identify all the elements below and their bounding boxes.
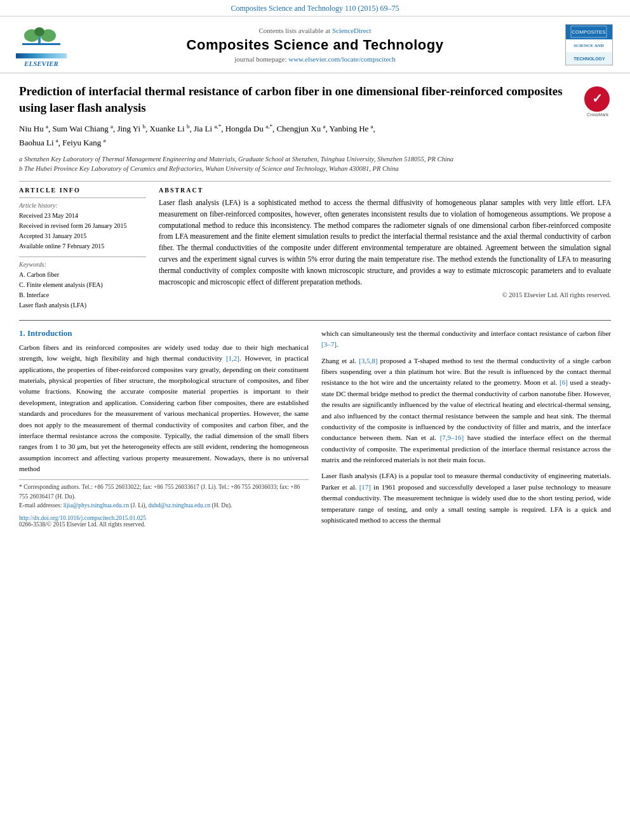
article-info-heading: ARTICLE INFO (19, 187, 146, 194)
citation-bar: Composites Science and Technology 110 (2… (0, 0, 630, 17)
sup-a8: a (104, 137, 106, 143)
email2-person: (H. Du). (212, 502, 232, 509)
crossmark-svg: ✓ (585, 87, 609, 111)
elsevier-color-bar (16, 53, 67, 58)
svg-point-4 (34, 27, 44, 36)
two-col-info-abstract: ARTICLE INFO Article history: Received 2… (19, 187, 611, 310)
cst-logo-top: COMPOSITES (566, 25, 612, 40)
footnote-email: E-mail addresses: lijia@phys.tsinghua.ed… (19, 501, 309, 510)
contents-line: Contents lists available at ScienceDirec… (83, 27, 547, 34)
footnote-divider (19, 479, 309, 480)
email1-person: (J. Li), (131, 502, 149, 509)
affiliation-a: a Shenzhen Key Laboratory of Thermal Man… (19, 154, 611, 164)
ref-17[interactable]: [17] (359, 483, 371, 491)
svg-text:✓: ✓ (592, 91, 603, 105)
crossmark-icon: ✓ (584, 86, 610, 112)
authors-line: Niu Hu a, Sum Wai Chiang a, Jing Yi b, X… (19, 122, 611, 150)
history-label: Article history: (19, 202, 146, 209)
article-title: Prediction of interfacial thermal resist… (19, 83, 584, 116)
article-title-section: Prediction of interfacial thermal resist… (19, 83, 611, 116)
article-info-col: ARTICLE INFO Article history: Received 2… (19, 187, 146, 310)
cst-logo-middle: SCIENCE AND (566, 39, 612, 51)
affiliations: a Shenzhen Key Laboratory of Thermal Man… (19, 154, 611, 173)
body-text-right3: Laser flash analysis (LFA) is a popular … (321, 470, 611, 526)
journal-homepage: journal homepage: www.elsevier.com/locat… (83, 55, 547, 63)
cst-logo-box: COMPOSITES SCIENCE AND TECHNOLOGY (565, 24, 613, 65)
keyword-3: B. Interface (19, 290, 146, 300)
citation-text: Composites Science and Technology 110 (2… (231, 4, 399, 13)
cst-logo-graphic: COMPOSITES (570, 25, 608, 39)
homepage-label: journal homepage: (234, 55, 288, 63)
homepage-url[interactable]: www.elsevier.com/locate/compscitech (288, 55, 396, 63)
keywords-divider (19, 257, 146, 257)
accepted-date: Accepted 31 January 2015 (19, 231, 146, 241)
abstract-text: Laser flash analysis (LFA) is a sophisti… (159, 197, 611, 288)
svg-rect-0 (22, 43, 60, 45)
email2-link[interactable]: duhd@sz.tsinghua.edu.cn (148, 502, 210, 509)
contents-label: Contents lists available at (258, 27, 332, 34)
elsevier-logo: ELSEVIER (13, 22, 70, 67)
body-text-right2: Zhang et al. [3,5,8] proposed a T-shaped… (321, 356, 611, 466)
body-text-left1: Carbon fibers and its reinforced composi… (19, 342, 309, 475)
crossmark-label: CrossMark (584, 112, 611, 117)
crossmark-badge[interactable]: ✓ CrossMark (584, 86, 611, 113)
doi-link[interactable]: http://dx.doi.org/10.1016/j.compscitech.… (19, 515, 309, 521)
elsevier-brand-text: ELSEVIER (24, 60, 58, 67)
keywords-label: Keywords: (19, 261, 146, 268)
cst-logo-bottom: TECHNOLOGY (566, 52, 612, 65)
body-col-right: which can simultaneously test the therma… (321, 328, 611, 531)
abstract-heading: ABSTRACT (159, 187, 611, 194)
cst-logo-bottom-graphic: TECHNOLOGY (566, 52, 613, 65)
journal-center-info: Contents lists available at ScienceDirec… (70, 27, 560, 63)
svg-text:COMPOSITES: COMPOSITES (572, 29, 605, 35)
affiliation-b: b The Hubei Province Key Laboratory of C… (19, 164, 611, 173)
sup-a5: a (323, 123, 325, 130)
svg-text:TECHNOLOGY: TECHNOLOGY (573, 57, 605, 61)
copyright-line: © 2015 Elsevier Ltd. All rights reserved… (159, 291, 611, 298)
footnote-star: * Corresponding authors. Tel.: +86 755 2… (19, 483, 309, 501)
sup-a2: a (111, 123, 113, 130)
sup-a6: a (371, 123, 373, 130)
keyword-1: A. Carbon fiber (19, 270, 146, 280)
body-section: 1. Introduction Carbon fibers and its re… (19, 320, 611, 531)
keyword-2: C. Finite element analysis (FEA) (19, 280, 146, 290)
sup-b: b (142, 123, 145, 130)
journal-title: Composites Science and Technology (83, 37, 547, 53)
sup-b2: b (187, 123, 190, 130)
body-text-right1: which can simultaneously test the therma… (321, 328, 611, 350)
sup-a: a (46, 123, 48, 130)
email-label: E-mail addresses: (19, 502, 64, 509)
sciencedirect-link[interactable]: ScienceDirect (332, 27, 372, 34)
section1-heading: 1. Introduction (19, 328, 309, 338)
keyword-4: Laser flash analysis (LFA) (19, 300, 146, 310)
sup-a7: a (56, 137, 58, 143)
ref-1-2[interactable]: [1,2] (226, 354, 239, 362)
footnote-text: * Corresponding authors. Tel.: +86 755 2… (19, 483, 309, 510)
elsevier-tree-icon (19, 24, 64, 51)
revised-date: Received in revised form 26 January 2015 (19, 221, 146, 231)
body-col-left: 1. Introduction Carbon fibers and its re… (19, 328, 309, 531)
ref-358[interactable]: [3,5,8] (359, 357, 377, 364)
email1-link[interactable]: lijia@phys.tsinghua.edu.cn (64, 502, 129, 509)
sup-a3: a,* (214, 123, 221, 130)
doi-section: http://dx.doi.org/10.1016/j.compscitech.… (19, 515, 309, 528)
ref-79-16[interactable]: [7,9–16] (440, 434, 464, 441)
keywords-list: A. Carbon fiber C. Finite element analys… (19, 270, 146, 310)
issn-text: 0266-3538/© 2015 Elsevier Ltd. All right… (19, 521, 309, 528)
elsevier-logo-img (16, 22, 67, 53)
sup-a4: a,* (265, 123, 272, 130)
received-date: Received 23 May 2014 (19, 211, 146, 221)
journal-logo-right: COMPOSITES SCIENCE AND TECHNOLOGY (560, 24, 617, 65)
section-divider-top (19, 181, 611, 182)
ref-6[interactable]: [6] (560, 378, 568, 386)
available-date: Available online 7 February 2015 (19, 241, 146, 251)
article-dates: Received 23 May 2014 Received in revised… (19, 211, 146, 251)
main-content: Prediction of interfacial thermal resist… (0, 74, 630, 537)
ref-3-7[interactable]: [3–7] (321, 340, 337, 348)
abstract-col: ABSTRACT Laser flash analysis (LFA) is a… (159, 187, 611, 310)
journal-header: ELSEVIER Contents lists available at Sci… (0, 17, 630, 74)
info-divider (19, 197, 146, 198)
